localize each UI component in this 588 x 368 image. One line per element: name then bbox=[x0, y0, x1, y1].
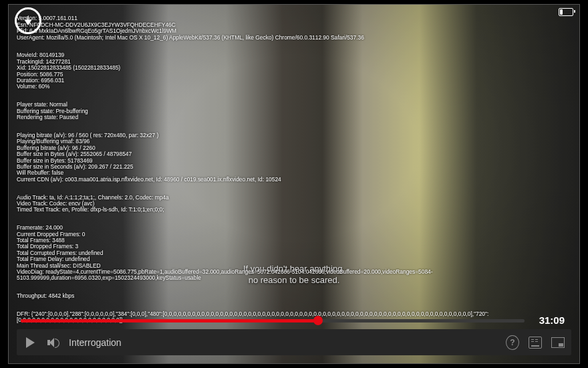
play-icon bbox=[26, 337, 35, 348]
volume-button[interactable] bbox=[46, 336, 59, 349]
debug-block-tracks: Audio Track: ta, Id: A:1:1;2;ta;1;, Chan… bbox=[17, 195, 571, 213]
back-button[interactable] bbox=[15, 7, 41, 34]
debug-block-frames: Framerate: 24.000 Current Dropped Frames… bbox=[17, 225, 571, 282]
video-title: Interrogation bbox=[69, 337, 496, 348]
captions-button[interactable] bbox=[529, 336, 542, 349]
video-player: Version: 5.0007.161.011 Esn: NFCDCH-MC-D… bbox=[0, 0, 588, 368]
fullscreen-button[interactable] bbox=[551, 336, 565, 349]
video-frame: Version: 5.0007.161.011 Esn: NFCDCH-MC-D… bbox=[8, 4, 580, 364]
battery-icon bbox=[559, 8, 573, 16]
help-icon: ? bbox=[506, 335, 519, 350]
volume-icon bbox=[47, 338, 59, 347]
debug-overlay: Version: 5.0007.161.011 Esn: NFCDCH-MC-D… bbox=[17, 9, 571, 335]
debug-block-throughput: Throughput: 4842 kbps bbox=[17, 293, 571, 299]
scrub-row: 31:09 bbox=[17, 314, 571, 327]
debug-block-movie: MovieId: 80149139 TrackingId: 14277281 X… bbox=[17, 52, 571, 90]
captions-icon bbox=[529, 337, 542, 349]
debug-block-bitrate: Playing bitrate (a/v): 96 / 560 ( res: 7… bbox=[17, 132, 571, 183]
progress-track[interactable] bbox=[21, 319, 525, 323]
debug-block-version: Version: 5.0007.161.011 Esn: NFCDCH-MC-D… bbox=[17, 15, 571, 41]
fullscreen-icon bbox=[551, 337, 565, 348]
time-remaining: 31:09 bbox=[539, 314, 565, 326]
progress-knob[interactable] bbox=[313, 316, 323, 325]
help-button[interactable]: ? bbox=[506, 336, 519, 349]
control-bar: Interrogation ? bbox=[17, 329, 571, 355]
progress-fill bbox=[21, 319, 318, 323]
play-button[interactable] bbox=[23, 336, 37, 349]
controls: 31:09 Interrogation ? bbox=[17, 314, 571, 355]
debug-block-state: Player state: Normal Buffering state: Pr… bbox=[17, 102, 571, 120]
